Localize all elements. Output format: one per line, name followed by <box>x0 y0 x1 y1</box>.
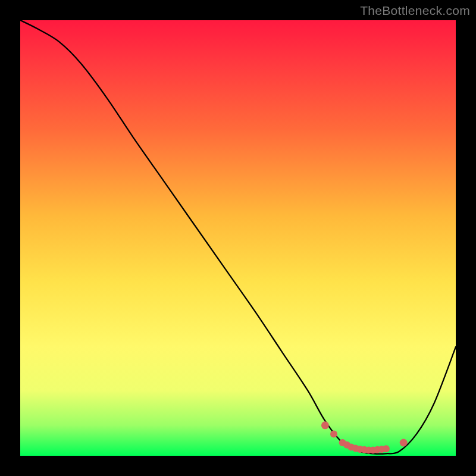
chart-frame: TheBottleneck.com <box>0 0 476 476</box>
curve-layer <box>20 20 456 454</box>
highlight-dot <box>321 421 329 429</box>
highlight-dots <box>321 421 408 453</box>
chart-svg <box>20 20 456 456</box>
highlight-dot <box>330 430 337 437</box>
highlight-dot <box>400 439 408 447</box>
plot-area <box>20 20 456 456</box>
highlight-dot <box>383 445 390 452</box>
watermark-text: TheBottleneck.com <box>360 4 470 18</box>
bottleneck-curve <box>20 20 456 454</box>
